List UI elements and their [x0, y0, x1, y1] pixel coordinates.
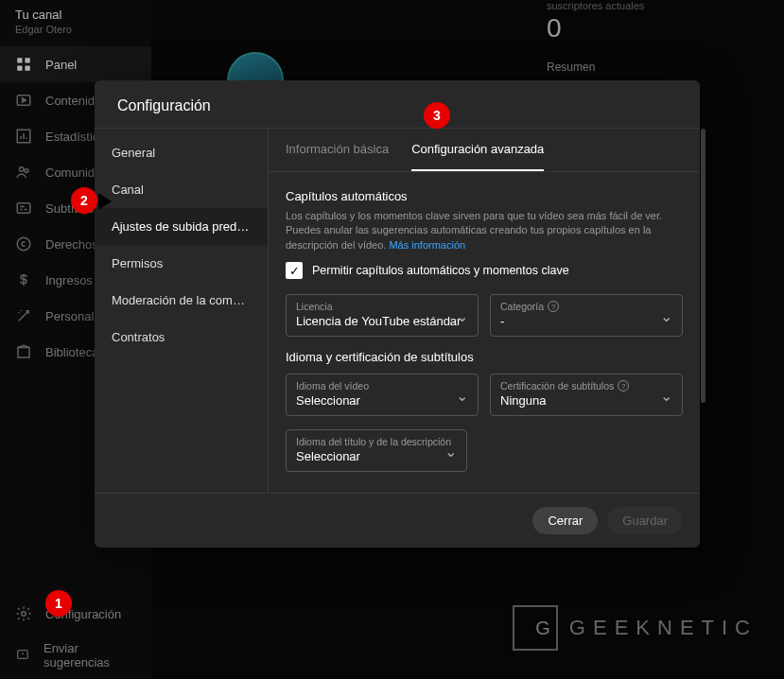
close-button[interactable]: Cerrar	[532, 507, 598, 534]
chapters-checkbox[interactable]: ✓	[286, 262, 303, 279]
more-info-link[interactable]: Más información	[389, 239, 465, 251]
chapters-title: Capítulos automáticos	[286, 189, 683, 203]
category-value: -	[500, 314, 672, 328]
chevron-down-icon: ⌄	[660, 386, 672, 404]
annotation-bubble-2: 2	[71, 187, 97, 214]
modal-body: General Canal Ajustes de subida predeter…	[95, 128, 700, 493]
tab-advanced-config[interactable]: Configuración avanzada	[411, 129, 544, 171]
chevron-down-icon: ⌄	[456, 306, 468, 324]
category-select[interactable]: Categoría? - ⌄	[490, 294, 683, 337]
arrow-right-icon	[98, 193, 120, 210]
settings-modal: Configuración General Canal Ajustes de s…	[95, 80, 700, 548]
sub-cert-label: Certificación de subtítulos?	[500, 380, 672, 392]
help-icon[interactable]: ?	[618, 380, 629, 392]
modal-title: Configuración	[95, 80, 700, 128]
modal-footer: Cerrar Guardar	[95, 493, 700, 548]
sub-cert-select[interactable]: Certificación de subtítulos? Ninguna ⌄	[490, 374, 683, 416]
title-lang-value: Seleccionar	[296, 449, 457, 463]
license-select[interactable]: Licencia Licencia de YouTube estándar ⌄	[286, 294, 479, 337]
license-value: Licencia de YouTube estándar	[296, 314, 468, 328]
video-lang-label: Idioma del vídeo	[296, 380, 468, 392]
sidenav-moderation[interactable]: Moderación de la comunidad	[95, 282, 268, 319]
checkbox-row[interactable]: ✓ Permitir capítulos automáticos y momen…	[286, 262, 683, 279]
chevron-down-icon: ⌄	[660, 306, 672, 324]
watermark-text: GEEKNETIC	[569, 616, 758, 640]
video-lang-select[interactable]: Idioma del vídeo Seleccionar ⌄	[286, 374, 479, 416]
modal-content: Información básica Configuración avanzad…	[269, 129, 700, 493]
help-icon[interactable]: ?	[548, 301, 559, 312]
tabs: Información básica Configuración avanzad…	[269, 129, 700, 172]
scrollbar[interactable]	[701, 129, 706, 403]
category-label: Categoría?	[500, 301, 672, 312]
modal-sidenav: General Canal Ajustes de subida predeter…	[95, 129, 269, 493]
title-lang-select[interactable]: Idioma del título y de la descripción Se…	[286, 429, 467, 472]
annotation-bubble-3: 3	[424, 102, 450, 129]
sidenav-channel[interactable]: Canal	[95, 171, 268, 208]
sidenav-general[interactable]: General	[95, 134, 268, 171]
lang-section-title: Idioma y certificación de subtítulos	[286, 350, 683, 364]
watermark-logo: G	[513, 605, 558, 651]
save-button[interactable]: Guardar	[607, 507, 683, 534]
sidenav-contracts[interactable]: Contratos	[95, 319, 268, 356]
title-lang-label: Idioma del título y de la descripción	[296, 436, 457, 447]
checkbox-label: Permitir capítulos automáticos y momento…	[312, 264, 569, 277]
sidenav-upload-defaults[interactable]: Ajustes de subida predeterm...	[95, 208, 268, 245]
sub-cert-value: Ninguna	[500, 393, 672, 408]
license-label: Licencia	[296, 301, 468, 312]
chevron-down-icon: ⌄	[444, 442, 457, 460]
video-lang-value: Seleccionar	[296, 393, 468, 408]
watermark: G GEEKNETIC	[513, 605, 758, 651]
sidenav-permissions[interactable]: Permisos	[95, 245, 268, 282]
tab-basic-info[interactable]: Información básica	[286, 129, 389, 171]
chevron-down-icon: ⌄	[456, 386, 468, 404]
chapters-desc: Los capítulos y los momentos clave sirve…	[286, 209, 683, 252]
annotation-bubble-1: 1	[45, 590, 72, 617]
panel: Capítulos automáticos Los capítulos y lo…	[269, 172, 700, 493]
